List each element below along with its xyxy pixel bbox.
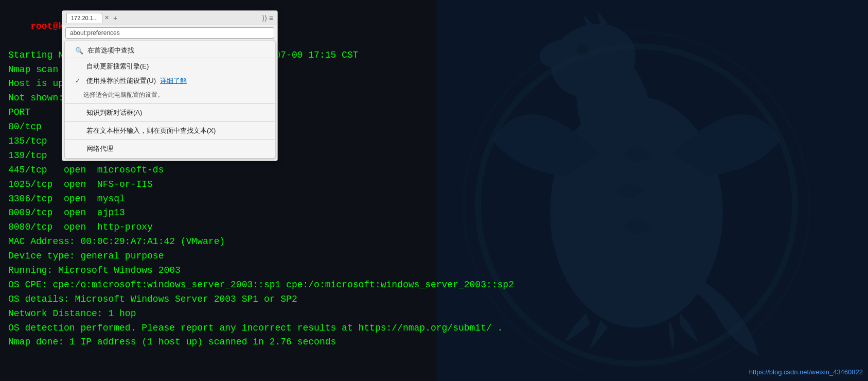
terminal-line-14: Device type: general purpose	[8, 249, 429, 264]
watermark-text: https://blog.csdn.net/weixin_43460822	[749, 368, 863, 376]
firefox-tab-bar: 172.20.1... ✕ + ⟩⟩ ≡	[62, 11, 277, 25]
terminal-line-15: Running: Microsoft Windows 2003	[8, 264, 429, 278]
firefox-overlay[interactable]: 172.20.1... ✕ + ⟩⟩ ≡ about:preferences 🔍…	[62, 10, 278, 161]
terminal-line-9: 1025/tcp open NFS-or-IIS	[8, 178, 429, 192]
performance-label: 使用推荐的性能设置(U)	[86, 76, 156, 85]
terminal-line-21: Nmap done: 1 IP address (1 host up) scan…	[8, 335, 429, 350]
kali-dragon-svg	[456, 10, 817, 371]
url-text: about:preferences	[70, 29, 120, 37]
history-item[interactable]: 知识判断对话框(A)	[65, 106, 275, 120]
terminal-line-12: 8080/tcp open http-proxy	[8, 220, 429, 235]
firefox-url-bar[interactable]: about:preferences	[65, 27, 274, 39]
firefox-tab[interactable]: 172.20.1...	[66, 13, 102, 23]
match-settings-label: 选择适合此电脑配置的设置。	[83, 91, 164, 99]
svg-marker-6	[597, 10, 608, 25]
network-label: 网络代理	[86, 144, 113, 153]
nav-forward-icon[interactable]: ⟩⟩	[262, 14, 267, 22]
auto-update-search-item[interactable]: 自动更新搜索引擎(E)	[65, 59, 275, 74]
watermark: https://blog.csdn.net/weixin_43460822	[749, 368, 863, 376]
separator-3	[65, 140, 275, 140]
auto-update-label: 自动更新搜索引擎(E)	[86, 62, 149, 71]
context-menu-panel: 🔍 在首选项中查找 自动更新搜索引擎(E) ✓ 使用推荐的性能设置(U) 详细了…	[64, 41, 275, 159]
performance-settings-item[interactable]: ✓ 使用推荐的性能设置(U) 详细了解	[65, 74, 275, 88]
new-tab-icon[interactable]: +	[113, 14, 117, 22]
separator-2	[65, 122, 275, 122]
search-preferences-item[interactable]: 🔍 在首选项中查找	[65, 43, 275, 58]
search-placeholder-text: 在首选项中查找	[87, 46, 134, 55]
terminal-line-20: OS detection performed. Please report an…	[8, 321, 429, 336]
find-text-item[interactable]: 若在文本框外输入，则在页面中查找文本(X)	[65, 124, 275, 138]
terminal-line-18: Network Distance: 1 hop	[8, 307, 429, 321]
match-settings-item: 选择适合此电脑配置的设置。	[65, 88, 275, 102]
terminal-line-8: 445/tcp open microsoft-ds	[8, 163, 429, 178]
terminal-line-16: OS CPE: cpe:/o:microsoft:windows_server_…	[8, 278, 429, 292]
terminal-line-10: 3306/tcp open mysql	[8, 192, 429, 206]
menu-icon[interactable]: ≡	[269, 14, 273, 22]
terminal-line-17: OS details: Microsoft Windows Server 200…	[8, 292, 429, 307]
terminal-line-11: 8009/tcp open ajp13	[8, 206, 429, 220]
search-icon: 🔍	[75, 47, 83, 55]
tab-close-icon[interactable]: ✕	[104, 14, 109, 21]
find-text-label: 若在文本框外输入，则在页面中查找文本(X)	[86, 126, 216, 135]
terminal-line-13: MAC Address: 00:0C:29:A7:A1:42 (VMware)	[8, 235, 429, 249]
network-settings-item[interactable]: 网络代理	[65, 142, 275, 156]
history-label: 知识判断对话框(A)	[86, 108, 142, 117]
separator-1	[65, 103, 275, 104]
check-icon-performance: ✓	[75, 77, 82, 84]
learn-more-link[interactable]: 详细了解	[160, 76, 187, 85]
